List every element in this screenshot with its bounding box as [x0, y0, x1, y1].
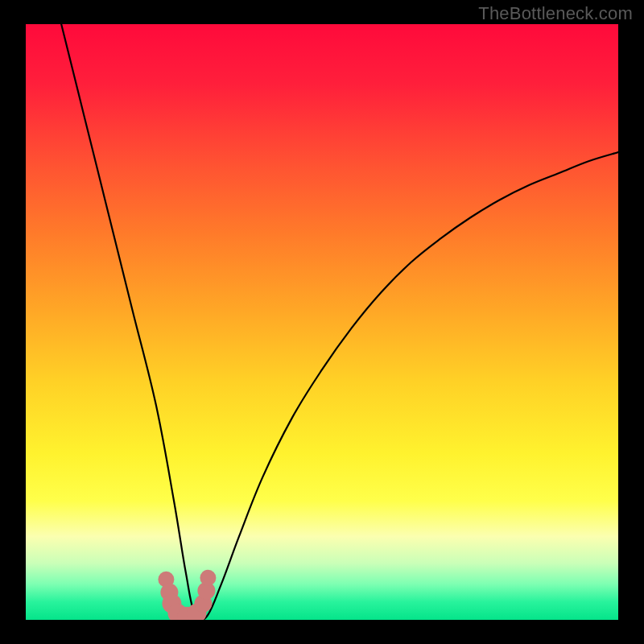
svg-point-9 — [200, 570, 216, 586]
watermark-text: TheBottleneck.com — [478, 3, 633, 24]
optimal-zone-markers — [26, 24, 618, 620]
chart-frame — [26, 24, 618, 620]
